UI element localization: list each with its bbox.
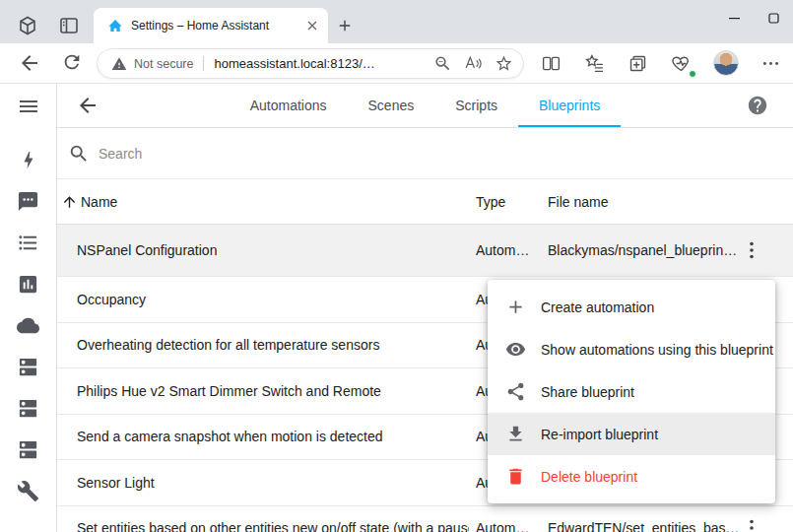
tab-title: Settings – Home Assistant [131, 19, 298, 33]
essentials-status-dot [689, 70, 696, 78]
server-icon-3[interactable] [17, 438, 40, 462]
tab-close-icon[interactable] [304, 18, 320, 33]
browser-tab[interactable]: Settings – Home Assistant [94, 8, 328, 43]
search-input[interactable] [99, 141, 493, 166]
menu-item-label: Delete blueprint [541, 469, 637, 485]
row-name: Overheating detection for all temperatur… [77, 337, 469, 353]
plus-icon [505, 297, 526, 317]
split-screen-icon[interactable] [541, 53, 564, 77]
omnibox-divider [203, 56, 204, 71]
tab-scripts[interactable]: Scripts [434, 84, 518, 127]
row-name: Occupancy [77, 292, 469, 307]
menu-item-label: Share blueprint [541, 384, 634, 400]
share-icon [505, 381, 526, 402]
favorites-icon[interactable] [584, 53, 608, 77]
sort-ascending-icon [61, 193, 78, 210]
profile-avatar[interactable] [713, 50, 739, 76]
favorite-star-icon[interactable] [495, 54, 513, 73]
not-secure-warning-icon [111, 56, 127, 72]
vertical-tabs-icon[interactable] [57, 14, 81, 37]
menu-item-reimport-blueprint[interactable]: Re-import blueprint [488, 413, 775, 455]
menu-item-show-automations[interactable]: Show automations using this blueprint [488, 328, 775, 370]
menu-item-label: Create automation [541, 299, 654, 315]
column-name-label: Name [81, 194, 117, 210]
ha-sidebar [0, 84, 57, 532]
tools-wrench-icon[interactable] [17, 480, 40, 503]
tab-automations-label: Automations [250, 98, 327, 113]
more-options-icon[interactable] [760, 53, 784, 77]
menu-item-label: Re-import blueprint [541, 427, 658, 442]
logbook-list-icon[interactable] [17, 232, 40, 255]
menu-item-label: Show automations using this blueprint [541, 342, 773, 358]
row-overflow-menu-icon[interactable] [740, 238, 763, 262]
download-icon [505, 424, 526, 444]
blueprint-context-menu: Create automation Show automations using… [488, 280, 775, 503]
new-tab-button[interactable] [336, 17, 354, 34]
url-text[interactable]: homeassistant.local:8123/… [214, 56, 422, 71]
ha-back-icon[interactable] [76, 94, 99, 117]
tab-blueprints-label: Blueprints [539, 98, 600, 113]
table-header: Name Type File name [57, 179, 793, 225]
row-overflow-menu-icon[interactable] [740, 516, 763, 532]
column-header-type[interactable]: Type [476, 194, 505, 210]
ha-header: Automations Scenes Scripts Blueprints [57, 84, 793, 128]
server-icon-1[interactable] [17, 356, 40, 379]
tab-scenes-label: Scenes [368, 98, 415, 113]
row-file: Blackymas/nspanel_blueprin… [548, 242, 743, 258]
address-bar[interactable]: Not secure homeassistant.local:8123/… [97, 48, 524, 79]
search-icon [68, 143, 90, 165]
menu-icon[interactable] [17, 95, 40, 118]
tab-blueprints[interactable]: Blueprints [518, 84, 621, 127]
table-row[interactable]: Set entities based on other entities new… [57, 506, 793, 532]
tab-scenes[interactable]: Scenes [348, 84, 435, 127]
menu-item-delete-blueprint[interactable]: Delete blueprint [488, 455, 775, 498]
table-row[interactable]: NSPanel Configuration Autom… Blackymas/n… [57, 225, 793, 277]
row-name: Set entities based on other entities new… [77, 520, 469, 532]
energy-bolt-icon[interactable] [17, 149, 40, 172]
menu-item-share-blueprint[interactable]: Share blueprint [488, 370, 775, 413]
workspaces-icon[interactable] [16, 14, 39, 37]
read-aloud-icon[interactable] [464, 54, 483, 73]
browser-titlebar: Settings – Home Assistant [0, 0, 793, 43]
cloud-icon[interactable] [17, 314, 40, 338]
column-header-name[interactable]: Name [61, 193, 117, 210]
browser-essentials-icon[interactable] [671, 53, 694, 77]
row-name: Philips Hue v2 Smart Dimmer Switch and R… [77, 383, 469, 399]
browser-toolbar: Not secure homeassistant.local:8123/… [0, 43, 793, 84]
tab-scripts-label: Scripts [455, 98, 497, 113]
minimize-button[interactable] [714, 0, 754, 35]
ha-nav-tabs: Automations Scenes Scripts Blueprints [57, 84, 793, 127]
back-icon[interactable] [18, 51, 41, 75]
security-label[interactable]: Not secure [134, 57, 193, 71]
help-icon[interactable] [747, 95, 768, 116]
server-icon-2[interactable] [17, 397, 40, 421]
row-type: Autom… [476, 242, 539, 258]
menu-item-create-automation[interactable]: Create automation [488, 286, 775, 328]
search-row [57, 128, 793, 179]
row-name: NSPanel Configuration [77, 242, 469, 258]
tab-automations[interactable]: Automations [230, 84, 348, 127]
trash-icon [505, 466, 526, 487]
history-chart-icon[interactable] [17, 273, 40, 297]
window-controls [714, 0, 793, 35]
browser-window: Settings – Home Assistant [0, 0, 793, 532]
refresh-icon[interactable] [61, 51, 85, 75]
column-header-file[interactable]: File name [548, 194, 608, 210]
row-type: Autom… [476, 520, 539, 532]
row-file: EdwardTEN/set_entities_bas… [548, 520, 743, 532]
maximize-button[interactable] [754, 0, 793, 35]
row-name: Sensor Light [77, 475, 469, 491]
home-assistant-favicon [107, 18, 123, 33]
collections-icon[interactable] [628, 53, 651, 77]
row-name: Send a camera snapshot when motion is de… [77, 429, 469, 444]
assist-chat-icon[interactable] [17, 190, 40, 214]
zoom-out-icon[interactable] [433, 54, 452, 73]
eye-icon [505, 339, 526, 360]
